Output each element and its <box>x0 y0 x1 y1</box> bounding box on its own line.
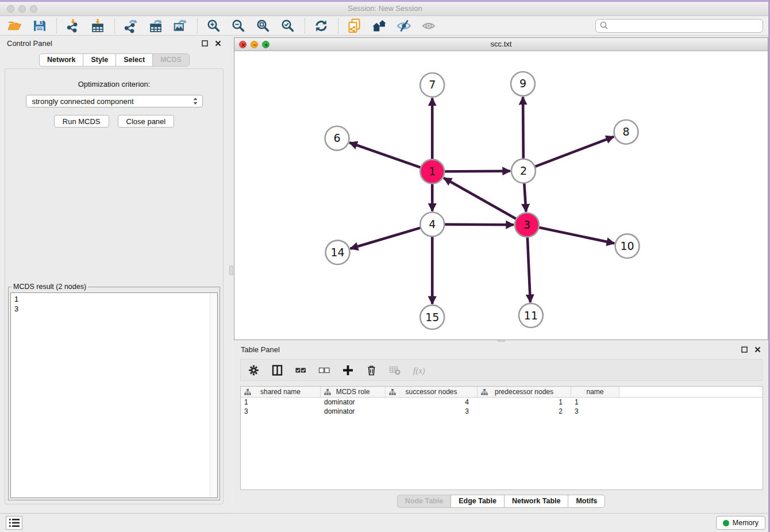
column-header-successor-nodes[interactable]: successor nodes <box>386 387 478 397</box>
zoom-selected-button[interactable] <box>279 18 297 34</box>
edge-3-1[interactable] <box>444 178 527 225</box>
clear-checks-icon <box>318 364 330 376</box>
network-zoom-icon[interactable] <box>262 41 270 48</box>
mcds-result-list[interactable]: 1 3 <box>10 292 218 498</box>
zoom-fit-button[interactable] <box>254 18 272 34</box>
select-all-checks-button[interactable] <box>294 363 307 377</box>
save-session-button[interactable] <box>30 18 49 34</box>
memory-label: Memory <box>733 519 759 527</box>
split-columns-button[interactable] <box>270 363 284 377</box>
export-image-button[interactable] <box>171 18 190 34</box>
dropdown-stepper-icon <box>192 97 199 105</box>
import-network-icon <box>66 18 80 33</box>
first-neighbors-button[interactable] <box>370 18 388 34</box>
refresh-layout-button[interactable] <box>312 18 330 34</box>
delete-table-icon <box>389 364 401 376</box>
cell-MCDS-role[interactable]: dominator <box>321 398 386 407</box>
control-panel-title: Control Panel <box>7 39 52 48</box>
tab-edge-table[interactable]: Edge Table <box>451 495 505 508</box>
gear-button[interactable] <box>247 363 260 377</box>
graph-node-label-7: 7 <box>429 78 436 91</box>
export-network-button[interactable] <box>122 18 140 34</box>
clear-checks-button[interactable] <box>317 363 331 377</box>
tab-network-table[interactable]: Network Table <box>504 495 569 508</box>
import-table-button[interactable] <box>88 18 107 34</box>
float-table-panel-icon[interactable] <box>740 345 748 353</box>
vertical-splitter-handle[interactable] <box>229 265 233 275</box>
close-table-panel-icon[interactable] <box>753 345 761 353</box>
status-bar: Memory <box>0 513 770 532</box>
edge-2-8[interactable] <box>523 137 614 171</box>
hide-selected-icon <box>396 18 411 33</box>
network-window-titlebar[interactable]: scc.txt <box>234 38 768 51</box>
optimization-criterion-label: Optimization criterion: <box>5 80 223 88</box>
column-header-MCDS-role[interactable]: MCDS role <box>321 387 386 397</box>
edge-1-6[interactable] <box>349 142 432 171</box>
app-minimize-icon[interactable] <box>18 5 26 13</box>
app-close-icon[interactable] <box>7 5 14 13</box>
graph-node-label-3: 3 <box>523 218 530 231</box>
column-header-name[interactable]: name <box>571 387 619 397</box>
cell-successor-nodes[interactable]: 3 <box>386 407 478 416</box>
delete-row-button[interactable] <box>364 363 378 377</box>
tab-mcds[interactable]: MCDS <box>152 53 190 67</box>
table-panel-tabs: Node TableEdge TableNetwork TableMotifs <box>234 495 768 508</box>
tab-motifs[interactable]: Motifs <box>568 495 605 508</box>
tab-network[interactable]: Network <box>39 53 83 67</box>
run-mcds-button[interactable]: Run MCDS <box>54 115 109 128</box>
zoom-out-button[interactable] <box>229 18 248 34</box>
zoom-in-icon <box>206 18 221 33</box>
column-header-predecessor-nodes[interactable]: predecessor nodes <box>478 387 571 397</box>
close-panel-icon[interactable] <box>214 39 222 47</box>
tab-node-table[interactable]: Node Table <box>397 495 451 508</box>
edge-3-10[interactable] <box>527 225 614 243</box>
search-field[interactable] <box>595 19 763 33</box>
table-row[interactable]: 3dominator323 <box>241 407 763 416</box>
close-panel-button[interactable]: Close panel <box>118 115 175 128</box>
import-table-icon <box>90 18 105 33</box>
network-close-icon[interactable] <box>239 41 247 48</box>
table-row[interactable]: 1dominator411 <box>241 398 763 407</box>
network-canvas[interactable]: 7968124314101511 <box>234 52 768 340</box>
cell-shared-name[interactable]: 1 <box>241 398 321 407</box>
cell-name[interactable]: 1 <box>571 398 619 407</box>
cell-shared-name[interactable]: 3 <box>241 407 321 416</box>
column-type-icon <box>481 389 488 395</box>
float-panel-icon[interactable] <box>201 39 209 47</box>
edge-4-14[interactable] <box>351 224 433 248</box>
cell-name[interactable]: 3 <box>571 407 619 416</box>
import-network-button[interactable] <box>64 18 82 34</box>
cell-predecessor-nodes[interactable]: 1 <box>478 398 571 407</box>
criterion-dropdown[interactable]: strongly connected component <box>26 95 203 107</box>
column-type-icon <box>244 389 251 395</box>
toolbar-buttons <box>6 18 444 34</box>
result-scrollbar[interactable] <box>210 293 217 498</box>
node-table-header: shared nameMCDS rolesuccessor nodesprede… <box>241 387 763 398</box>
cell-MCDS-role[interactable]: dominator <box>321 407 386 416</box>
table-toolbar: f(x) <box>240 359 763 381</box>
cell-predecessor-nodes[interactable]: 2 <box>478 407 571 416</box>
clone-network-icon <box>347 18 362 33</box>
open-file-button[interactable] <box>6 18 24 34</box>
graph-node-label-1: 1 <box>429 165 436 178</box>
clone-network-button[interactable] <box>345 18 364 34</box>
svg-text:f(x): f(x) <box>413 365 425 375</box>
tab-select[interactable]: Select <box>116 53 153 67</box>
control-panel-tabs: NetworkStyleSelectMCDS <box>0 53 229 67</box>
toolbar-separator <box>197 18 198 33</box>
search-input[interactable] <box>609 20 759 32</box>
tab-style[interactable]: Style <box>83 53 116 67</box>
zoom-in-button[interactable] <box>205 18 223 34</box>
memory-button[interactable]: Memory <box>716 516 765 530</box>
export-table-button[interactable] <box>147 18 165 34</box>
task-history-button[interactable] <box>6 516 22 530</box>
column-label: name <box>586 388 603 396</box>
node-table[interactable]: shared nameMCDS rolesuccessor nodesprede… <box>240 386 763 490</box>
network-minimize-icon[interactable] <box>251 41 258 48</box>
column-header-shared-name[interactable]: shared name <box>241 387 321 397</box>
app-maximize-icon[interactable] <box>30 5 37 13</box>
hide-selected-button[interactable] <box>395 18 413 34</box>
table-panel: Table Panel f(x) shared nameMCDS rolesuc… <box>234 342 768 513</box>
cell-successor-nodes[interactable]: 4 <box>386 398 478 407</box>
add-row-button[interactable] <box>341 363 355 377</box>
